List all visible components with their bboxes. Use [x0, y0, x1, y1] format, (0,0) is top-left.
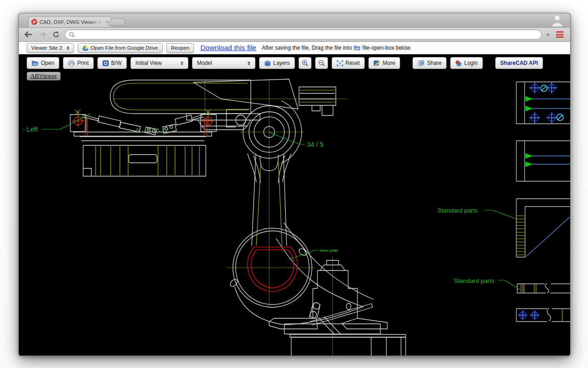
download-file-link[interactable]: Download this file — [200, 44, 256, 52]
file-open-box-icon — [354, 45, 361, 51]
zoom-out-button[interactable] — [315, 57, 328, 69]
address-bar[interactable] — [65, 29, 542, 40]
browser-titlebar: CAD, DXF, DWG Viewer for × — [19, 13, 570, 28]
browser-tab[interactable]: CAD, DXF, DWG Viewer for × — [28, 16, 112, 27]
printer-icon — [68, 60, 75, 66]
layers-button[interactable]: Layers — [259, 57, 295, 69]
profile-silhouette-icon — [551, 14, 564, 27]
open-google-drive-button[interactable]: Open File from Google Drive — [78, 43, 163, 53]
toolbar-overflow-chevrons[interactable]: » — [545, 31, 550, 38]
tab-title: CAD, DXF, DWG Viewer for — [40, 19, 103, 25]
more-button[interactable]: More — [368, 57, 400, 69]
reload-button[interactable] — [51, 30, 61, 39]
abviewer-brand-link[interactable]: ABViewer — [27, 72, 61, 80]
reset-view-icon — [337, 60, 343, 66]
bw-toggle-button[interactable]: B/W — [97, 57, 127, 69]
tab-favicon-icon — [31, 19, 37, 25]
viewer-header: Viewer Site 2 Open File from Google Driv… — [19, 42, 570, 54]
yellow-lines — [96, 83, 562, 321]
share-icon — [418, 60, 424, 66]
annotation-inner-plate: Inner plate — [320, 248, 339, 253]
chrome-menu-icon[interactable] — [554, 30, 565, 39]
drag-hint-text: After saving the file, Drag the file int… — [262, 45, 412, 51]
red-highlights — [72, 115, 297, 292]
open-folder-icon — [32, 60, 39, 66]
login-icon — [455, 60, 462, 66]
search-icon — [69, 32, 75, 38]
bw-icon — [102, 60, 109, 66]
cad-canvas[interactable]: - Left 34 / 5 Inner plate Standard parts… — [19, 54, 570, 356]
login-button[interactable]: Login — [450, 57, 482, 69]
more-tools-icon — [373, 60, 380, 66]
zoom-out-icon — [318, 60, 325, 66]
forward-button[interactable] — [37, 30, 47, 39]
select-arrows-icon — [181, 61, 183, 65]
select-arrows-icon — [67, 46, 69, 50]
layers-icon — [264, 60, 271, 66]
browser-window: CAD, DXF, DWG Viewer for × » — [18, 13, 571, 356]
reset-button[interactable]: Reset — [332, 57, 365, 69]
layout-select[interactable]: Model — [192, 57, 255, 69]
annotation-left-view: - Left — [23, 126, 38, 133]
share-button[interactable]: Share — [413, 57, 447, 69]
browser-navbar: » — [19, 28, 570, 42]
cad-viewport: Open Print B/W Initia — [19, 54, 570, 356]
open-button[interactable]: Open — [27, 57, 59, 69]
inner-plate-outline — [248, 247, 298, 292]
new-tab-button[interactable] — [107, 18, 126, 26]
select-arrows-icon — [248, 61, 250, 65]
zoom-in-button[interactable] — [299, 57, 311, 69]
back-button[interactable] — [23, 30, 34, 39]
print-button[interactable]: Print — [63, 57, 94, 69]
initial-view-select[interactable]: Initial View — [130, 57, 188, 69]
sharecad-api-button[interactable]: ShareCAD API — [495, 57, 543, 69]
reopen-button[interactable]: Reopen — [166, 43, 194, 53]
annotation-standard-parts-top: Standard parts — [437, 207, 478, 214]
address-input[interactable] — [78, 31, 537, 38]
zoom-in-icon — [302, 60, 308, 66]
annotation-standard-parts-bottom: Standard parts — [454, 277, 495, 284]
desktop: { "browser": { "tab_title": "CAD, DXF, D… — [0, 0, 588, 368]
google-drive-icon — [82, 45, 89, 51]
robot-geometry — [70, 79, 406, 356]
annotation-dimension: 34 / 5 — [307, 141, 323, 148]
viewer-site-select[interactable]: Viewer Site 2 — [27, 43, 74, 53]
centerlines — [113, 79, 347, 356]
cad-toolbar: Open Print B/W Initia — [27, 57, 570, 69]
